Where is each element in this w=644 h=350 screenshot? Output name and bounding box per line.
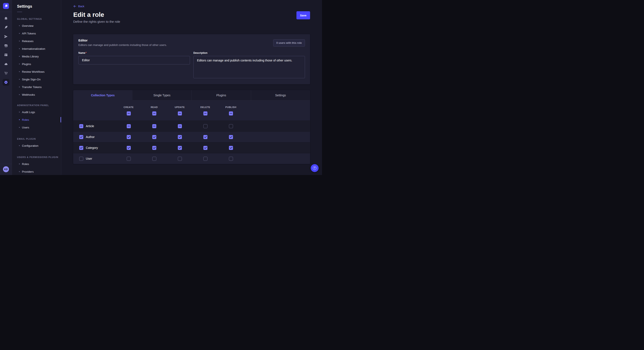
select-all-delete-checkbox[interactable] [204,111,208,116]
row-select-checkbox[interactable] [79,146,83,150]
gear-icon[interactable] [1,78,10,87]
permission-checkbox[interactable] [152,146,156,150]
section-label-global-settings: GLOBAL SETTINGS [17,18,61,20]
permission-checkbox[interactable] [178,157,182,161]
permission-checkbox[interactable] [178,146,182,150]
tab-collection-types[interactable]: Collection Types [73,90,132,101]
name-field-label: Name* [78,51,86,54]
row-select-checkbox[interactable] [79,135,83,139]
role-name-input[interactable] [78,56,190,64]
permission-checkbox[interactable] [127,146,131,150]
main-content: Back Edit a role Define the rights given… [61,0,322,175]
sidebar-item-overview[interactable]: Overview [12,22,61,29]
back-arrow-icon [73,5,76,8]
table-row: Author [73,131,310,142]
bullet-icon [19,94,20,95]
content-type-name: Category [86,146,98,150]
bullet-icon [19,112,20,113]
permission-checkbox[interactable] [127,157,131,161]
bullet-icon [19,56,20,57]
sidebar-item-single-sign-on[interactable]: Single Sign-On [12,75,61,83]
permission-checkbox[interactable] [178,135,182,139]
sidebar-item-up-roles[interactable]: Roles [12,160,61,168]
layout-icon[interactable] [1,50,10,59]
permission-checkbox[interactable] [229,135,233,139]
section-label-users-permissions-plugin: USERS & PERMISSIONS PLUGIN [17,156,61,159]
permission-checkbox[interactable] [229,124,233,128]
permissions-card: Collection Types Single Types Plugins Se… [73,90,310,164]
select-all-update-checkbox[interactable] [178,111,182,116]
sidebar-item-transfer-tokens[interactable]: Transfer Tokens [12,83,61,91]
sidebar-item-users[interactable]: Users [12,124,61,131]
back-button[interactable]: Back [73,5,84,8]
sidebar-item-releases[interactable]: Releases [12,37,61,45]
bullet-icon [19,33,20,34]
role-description-textarea[interactable] [193,56,305,78]
avatar[interactable]: KD [3,166,9,172]
table-row: Article [73,121,310,131]
description-field-label: Description [193,51,208,54]
permission-checkbox[interactable] [204,124,208,128]
users-with-role-badge[interactable]: 0 users with this role [273,39,305,47]
sidebar-item-api-tokens[interactable]: API Tokens [12,29,61,37]
bullet-icon [19,164,20,164]
permission-checkbox[interactable] [229,146,233,150]
images-icon[interactable] [1,41,10,50]
bullet-icon [19,119,20,120]
role-details-card: Editor Editors can manage and publish co… [73,34,310,84]
column-header-publish: PUBLISH [225,106,236,108]
bullet-icon [19,79,20,80]
permission-checkbox[interactable] [178,124,182,128]
permissions-header-row: CREATE READ UPDATE DELETE PUBLISH [73,101,310,121]
permission-checkbox[interactable] [152,124,156,128]
sidebar-item-up-providers[interactable]: Providers [12,168,61,175]
column-header-delete: DELETE [200,106,210,108]
row-select-checkbox[interactable] [79,157,83,161]
cart-icon[interactable] [1,68,10,78]
sidebar-item-review-workflows[interactable]: Review Workflows [12,68,61,75]
content-type-name: Author [86,135,94,139]
feather-icon[interactable] [1,23,10,32]
permission-checkbox[interactable] [127,124,131,128]
permission-checkbox[interactable] [204,146,208,150]
save-button[interactable]: Save [296,11,310,19]
bullet-icon [19,145,20,146]
column-header-read: READ [150,106,158,108]
required-asterisk: * [86,51,87,54]
page-subtitle: Define the rights given to the role [73,20,120,23]
sidebar-item-plugins[interactable]: Plugins [12,60,61,68]
bullet-icon [19,48,20,49]
permission-checkbox[interactable] [229,157,233,161]
strapi-logo[interactable] [3,3,9,9]
row-select-checkbox[interactable] [79,124,83,128]
bullet-icon [19,87,20,87]
select-all-read-checkbox[interactable] [152,111,156,116]
bullet-icon [19,25,20,26]
tab-plugins[interactable]: Plugins [192,90,251,101]
select-all-create-checkbox[interactable] [127,111,131,116]
select-all-publish-checkbox[interactable] [229,111,233,116]
role-summary: Editors can manage and publish contents … [78,43,167,47]
help-button[interactable]: ? [311,164,318,172]
sidebar-item-internationalization[interactable]: Internationalization [12,45,61,52]
permission-checkbox[interactable] [204,157,208,161]
permission-checkbox[interactable] [204,135,208,139]
sidebar-item-webhooks[interactable]: Webhooks [12,91,61,98]
rail-divider [0,12,12,12]
table-row: Category [73,142,310,153]
paper-plane-icon[interactable] [1,32,10,41]
sidebar-item-media-library[interactable]: Media Library [12,52,61,60]
sidebar-item-configuration[interactable]: Configuration [12,142,61,150]
sidebar-item-roles[interactable]: Roles [12,116,61,124]
cloud-icon[interactable] [1,59,10,68]
permission-checkbox[interactable] [127,135,131,139]
section-label-administration-panel: ADMINISTRATION PANEL [17,104,61,107]
tab-settings[interactable]: Settings [251,90,310,101]
permission-checkbox[interactable] [152,157,156,161]
sidebar-item-audit-logs[interactable]: Audit Logs [12,108,61,116]
home-icon[interactable] [1,14,10,23]
page-title: Edit a role [73,11,120,18]
tab-single-types[interactable]: Single Types [132,90,192,101]
permission-checkbox[interactable] [152,135,156,139]
column-header-create: CREATE [124,106,134,108]
